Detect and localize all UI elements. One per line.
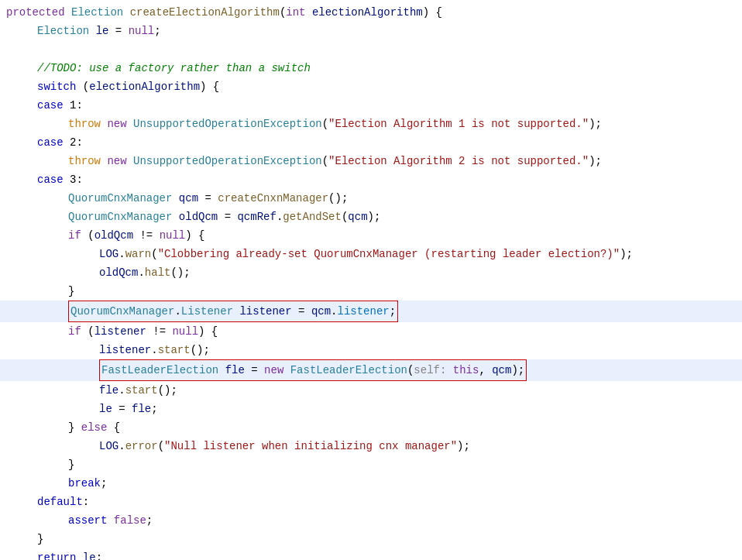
code-line: LOG.warn("Clobbering already-set QuorumC… — [0, 245, 742, 263]
code-line: case 2: — [0, 133, 742, 152]
code-line: } — [0, 530, 742, 548]
code-line: if (oldQcm != null) { — [0, 226, 742, 245]
code-line: //TODO: use a factory rather than a swit… — [0, 59, 742, 77]
code-line: oldQcm.halt(); — [0, 263, 742, 282]
code-line: Election le = null; — [0, 22, 742, 40]
code-line: FastLeaderElection fle = new FastLeaderE… — [0, 359, 742, 381]
code-container: protected Election createElectionAlgorit… — [0, 0, 742, 560]
code-line: assert false; — [0, 511, 742, 530]
code-line: } — [0, 282, 742, 301]
code-line: QuorumCnxManager qcm = createCnxnManager… — [0, 189, 742, 208]
code-line: if (listener != null) { — [0, 322, 742, 341]
code-line: fle.start(); — [0, 381, 742, 400]
code-line: le = fle; — [0, 400, 742, 418]
code-line: } — [0, 455, 742, 474]
code-line — [0, 40, 742, 59]
code-line: switch (electionAlgorithm) { — [0, 77, 742, 96]
code-line: case 1: — [0, 96, 742, 115]
code-line: return le; — [0, 548, 742, 560]
code-line: } else { — [0, 418, 742, 437]
code-line: listener.start(); — [0, 341, 742, 359]
code-line: throw new UnsupportedOperationException(… — [0, 115, 742, 133]
code-line: default: — [0, 493, 742, 511]
code-line: throw new UnsupportedOperationException(… — [0, 152, 742, 170]
code-line: break; — [0, 474, 742, 493]
code-line: protected Election createElectionAlgorit… — [0, 3, 742, 22]
code-line: QuorumCnxManager.Listener listener = qcm… — [0, 301, 742, 322]
code-line: QuorumCnxManager oldQcm = qcmRef.getAndS… — [0, 208, 742, 226]
code-line: case 3: — [0, 170, 742, 189]
code-line: LOG.error("Null listener when initializi… — [0, 437, 742, 455]
